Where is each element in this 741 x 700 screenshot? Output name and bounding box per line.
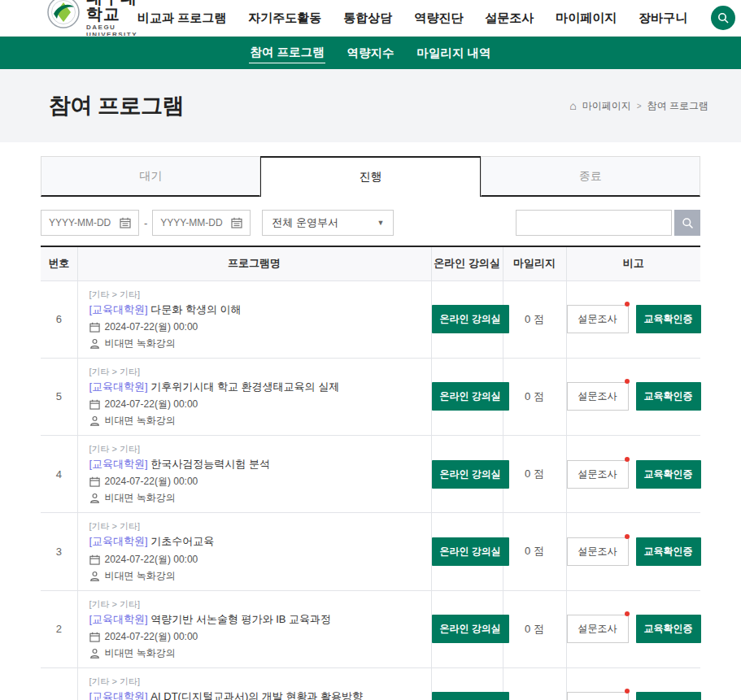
nav-item-self-directed[interactable]: 자기주도활동 <box>248 11 321 26</box>
search-button[interactable] <box>674 210 700 236</box>
certificate-button[interactable]: 교육확인증 <box>636 615 701 643</box>
row-mileage: 0 점 <box>503 513 566 590</box>
table-row: 3 [기타 > 기타] [교육대학원] 기초수어교육 2024-07-22(월)… <box>41 513 700 590</box>
university-logo[interactable]: 대구대학교 DAEGU UNIVERSITY <box>47 0 137 37</box>
program-org: [교육대학원] <box>89 303 148 315</box>
date-to-input[interactable] <box>160 217 229 228</box>
row-program-cell: [기타 > 기타] [교육대학원] 역량기반 서논술형 평가와 IB 교육과정 … <box>77 590 431 667</box>
logo-subtitle: DAEGU UNIVERSITY <box>86 24 137 37</box>
tab-waiting[interactable]: 대기 <box>41 156 260 197</box>
table-row: 1 [기타 > 기타] [교육대학원] AI DT(디지털교과서)의 개발 현황… <box>41 667 700 700</box>
person-icon <box>89 338 100 349</box>
program-title-link[interactable]: [교육대학원] 다문화 학생의 이해 <box>89 303 420 316</box>
subnav-item-mileage-history[interactable]: 마일리지 내역 <box>416 43 492 63</box>
program-method-line: 비대면 녹화강의 <box>89 337 420 350</box>
green-subnav: 참여 프로그램 역량지수 마일리지 내역 <box>0 37 741 69</box>
nav-item-extracurricular[interactable]: 비교과 프로그램 <box>137 11 226 26</box>
row-number: 2 <box>41 590 77 667</box>
row-number: 5 <box>41 358 77 435</box>
nav-item-counseling[interactable]: 통합상담 <box>343 11 392 26</box>
row-program-cell: [기타 > 기타] [교육대학원] 한국사검정능력시험 분석 2024-07-2… <box>77 436 431 513</box>
row-classroom-cell: 온라인 강의실 <box>431 280 503 358</box>
program-org: [교육대학원] <box>89 535 148 547</box>
header-remarks: 비고 <box>566 246 700 280</box>
program-title-link[interactable]: [교육대학원] 기초수어교육 <box>89 535 420 548</box>
department-select-value: 전체 운영부서 <box>272 215 338 230</box>
breadcrumb-current[interactable]: 참여 프로그램 <box>647 99 708 113</box>
calendar-icon <box>89 476 100 487</box>
notification-dot-icon <box>625 379 630 384</box>
program-date-line: 2024-07-22(월) 00:00 <box>89 475 420 489</box>
header-search-button[interactable] <box>711 6 735 30</box>
program-title: 역량기반 서논술형 평가와 IB 교육과정 <box>150 613 331 625</box>
row-remarks-cell: 설문조사 교육확인증 <box>566 513 700 590</box>
row-mileage: 0 점 <box>503 436 566 513</box>
program-title-link[interactable]: [교육대학원] AI DT(디지털교과서)의 개발 현황과 활용방향 <box>89 690 420 700</box>
breadcrumb-mypage[interactable]: 마이페이지 <box>582 99 631 113</box>
program-method: 비대면 녹화강의 <box>105 569 176 583</box>
tab-in-progress[interactable]: 진행 <box>260 156 480 197</box>
program-method-line: 비대면 녹화강의 <box>89 569 420 583</box>
home-icon[interactable]: ⌂ <box>569 100 576 111</box>
program-title: 다문화 학생의 이해 <box>150 303 241 315</box>
breadcrumb: ⌂ 마이페이지 > 참여 프로그램 <box>569 99 708 113</box>
program-date: 2024-07-22(월) 00:00 <box>105 553 198 567</box>
certificate-button[interactable]: 교육확인증 <box>636 382 701 411</box>
notification-dot-icon <box>625 534 630 539</box>
row-number: 6 <box>41 280 77 358</box>
online-classroom-button[interactable]: 온라인 강의실 <box>432 692 509 700</box>
online-classroom-button[interactable]: 온라인 강의실 <box>432 460 509 489</box>
survey-button[interactable]: 설문조사 <box>567 537 629 566</box>
program-title: 기후위기시대 학교 환경생태교육의 실제 <box>150 380 339 393</box>
notification-dot-icon <box>625 457 630 462</box>
program-title-link[interactable]: [교육대학원] 역량기반 서논술형 평가와 IB 교육과정 <box>89 613 420 626</box>
tab-ended[interactable]: 종료 <box>481 156 700 197</box>
calendar-icon[interactable] <box>120 217 131 228</box>
nav-item-competency[interactable]: 역량진단 <box>414 11 463 26</box>
nav-item-mypage[interactable]: 마이페이지 <box>556 11 617 26</box>
program-title-link[interactable]: [교육대학원] 기후위기시대 학교 환경생태교육의 실제 <box>89 380 420 393</box>
notification-dot-icon <box>625 611 630 616</box>
online-classroom-button[interactable]: 온라인 강의실 <box>432 382 509 411</box>
nav-item-cart[interactable]: 장바구니 <box>639 11 687 26</box>
survey-button[interactable]: 설문조사 <box>567 692 629 700</box>
certificate-button[interactable]: 교육확인증 <box>636 460 701 489</box>
certificate-button[interactable]: 교육확인증 <box>636 305 701 333</box>
search-input[interactable] <box>516 210 672 236</box>
online-classroom-button[interactable]: 온라인 강의실 <box>432 537 509 566</box>
online-classroom-button[interactable]: 온라인 강의실 <box>432 305 509 333</box>
survey-button[interactable]: 설문조사 <box>567 305 629 333</box>
program-org: [교육대학원] <box>89 380 148 393</box>
survey-button-label: 설문조사 <box>578 313 617 324</box>
row-remarks-cell: 설문조사 교육확인증 <box>566 436 700 513</box>
university-seal-icon <box>47 0 80 32</box>
certificate-button[interactable]: 교육확인증 <box>636 537 701 566</box>
program-table-header: 번호 프로그램명 온라인 강의실 마일리지 비고 <box>41 246 700 280</box>
person-icon <box>89 493 100 503</box>
online-classroom-button[interactable]: 온라인 강의실 <box>432 615 509 643</box>
row-program-cell: [기타 > 기타] [교육대학원] AI DT(디지털교과서)의 개발 현황과 … <box>77 667 431 700</box>
date-from-input[interactable] <box>49 217 118 228</box>
program-date-line: 2024-07-22(월) 00:00 <box>89 553 420 567</box>
table-row: 4 [기타 > 기타] [교육대학원] 한국사검정능력시험 분석 2024-07… <box>41 436 700 513</box>
row-classroom-cell: 온라인 강의실 <box>431 358 503 435</box>
calendar-icon <box>89 632 100 642</box>
nav-item-survey[interactable]: 설문조사 <box>485 11 534 26</box>
certificate-button[interactable]: 교육확인증 <box>636 692 701 700</box>
survey-button-label: 설문조사 <box>578 390 617 402</box>
calendar-icon[interactable] <box>231 217 242 228</box>
survey-button[interactable]: 설문조사 <box>567 615 629 643</box>
person-icon <box>89 415 100 426</box>
program-method-line: 비대면 녹화강의 <box>89 646 420 660</box>
department-select[interactable]: 전체 운영부서 ▼ <box>262 210 394 236</box>
survey-button[interactable]: 설문조사 <box>567 460 629 489</box>
person-icon <box>89 571 100 581</box>
header-mileage: 마일리지 <box>503 246 566 280</box>
survey-button[interactable]: 설문조사 <box>567 382 629 411</box>
subnav-item-programs[interactable]: 참여 프로그램 <box>249 42 325 63</box>
page-title-band: 참여 프로그램 ⌂ 마이페이지 > 참여 프로그램 <box>0 69 741 142</box>
program-method: 비대면 녹화강의 <box>105 646 176 660</box>
subnav-item-competency-index[interactable]: 역량지수 <box>347 43 395 63</box>
program-title-link[interactable]: [교육대학원] 한국사검정능력시험 분석 <box>89 458 420 471</box>
calendar-icon <box>89 399 100 410</box>
